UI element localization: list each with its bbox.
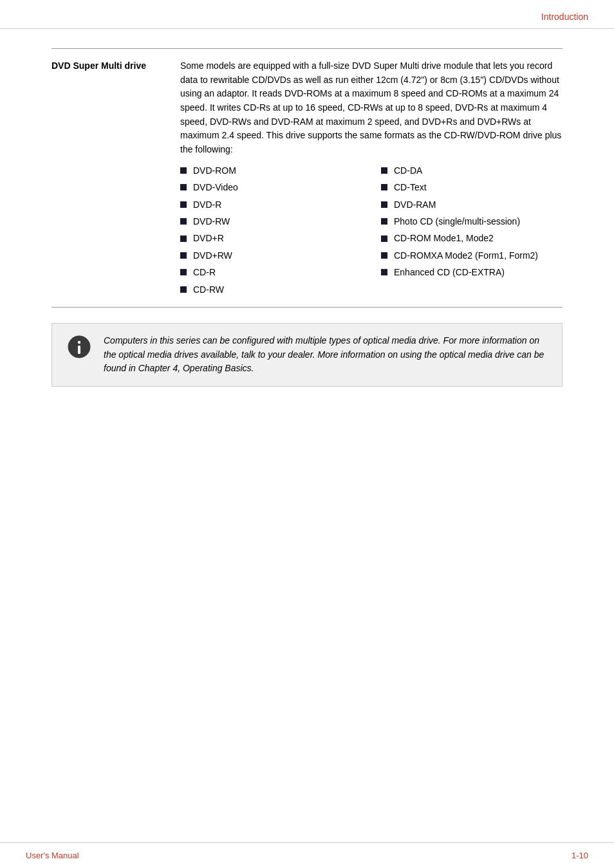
bullet-icon (381, 201, 387, 208)
list-item: CD-DA (381, 163, 563, 178)
footer-right: 1-10 (572, 851, 588, 860)
list-item-text: DVD-ROM (193, 163, 236, 178)
term-column: DVD Super Multi drive (51, 59, 180, 297)
list-item: Photo CD (single/multi-session) (381, 214, 563, 228)
list-item-text: CD-ROMXA Mode2 (Form1, Form2) (394, 248, 538, 263)
list-item: DVD+R (180, 231, 362, 245)
bullet-icon (180, 252, 187, 259)
list-item-text: DVD-RAM (394, 198, 436, 212)
formats-list: DVD-ROMDVD-VideoDVD-RDVD-RWDVD+RDVD+RWCD… (180, 163, 563, 297)
bullet-icon (180, 184, 187, 190)
list-item: DVD-R (180, 198, 362, 212)
list-item-text: Photo CD (single/multi-session) (394, 214, 520, 228)
list-item: CD-ROM Mode1, Mode2 (381, 231, 563, 245)
info-box: Computers in this series can be configur… (51, 323, 563, 387)
list-item-text: CD-Text (394, 180, 427, 194)
bullet-icon (180, 269, 187, 275)
header-title: Introduction (541, 12, 588, 22)
table-row: DVD Super Multi drive Some models are eq… (51, 49, 563, 307)
term-label: DVD Super Multi drive (51, 60, 146, 71)
main-table: DVD Super Multi drive Some models are eq… (51, 48, 563, 308)
info-icon (68, 335, 91, 358)
bullet-icon (180, 167, 187, 174)
list-item-text: DVD+R (193, 231, 224, 245)
info-icon-wrapper (65, 334, 93, 358)
list-item-text: DVD-Video (193, 180, 238, 194)
list-item-text: CD-ROM Mode1, Mode2 (394, 231, 494, 245)
list-item: Enhanced CD (CD-EXTRA) (381, 265, 563, 279)
list-item: CD-R (180, 265, 362, 279)
bullet-icon (381, 218, 387, 225)
svg-rect-2 (78, 346, 80, 354)
list-item-text: CD-R (193, 265, 216, 279)
list-item-text: CD-RW (193, 282, 224, 297)
bullet-icon (381, 235, 387, 242)
footer-left: User's Manual (26, 851, 79, 860)
list-item-text: CD-DA (394, 163, 422, 178)
bullet-icon (381, 167, 387, 174)
definition-text: Some models are equipped with a full-siz… (180, 59, 563, 157)
bullet-icon (381, 184, 387, 190)
list-item: CD-Text (381, 180, 563, 194)
bullet-icon (180, 201, 187, 208)
list-item: CD-RW (180, 282, 362, 297)
bullet-icon (180, 286, 187, 293)
list-item: CD-ROMXA Mode2 (Form1, Form2) (381, 248, 563, 263)
bullet-icon (180, 235, 187, 242)
list-item: DVD-ROM (180, 163, 362, 178)
list-item: DVD+RW (180, 248, 362, 263)
definition-column: Some models are equipped with a full-siz… (180, 59, 563, 297)
info-text: Computers in this series can be configur… (104, 334, 549, 376)
page-footer: User's Manual 1-10 (0, 842, 614, 868)
bullet-icon (381, 252, 387, 259)
bullet-icon (381, 269, 387, 275)
page-header: Introduction (0, 0, 614, 29)
list-item: DVD-Video (180, 180, 362, 194)
bullet-icon (180, 218, 187, 225)
list-item-text: DVD-RW (193, 214, 230, 228)
list-item-text: DVD+RW (193, 248, 232, 263)
page-content: DVD Super Multi drive Some models are eq… (0, 29, 614, 406)
list-item-text: DVD-R (193, 198, 221, 212)
list-item-text: Enhanced CD (CD-EXTRA) (394, 265, 505, 279)
list-item: DVD-RAM (381, 198, 563, 212)
svg-point-1 (78, 341, 80, 344)
list-item: DVD-RW (180, 214, 362, 228)
